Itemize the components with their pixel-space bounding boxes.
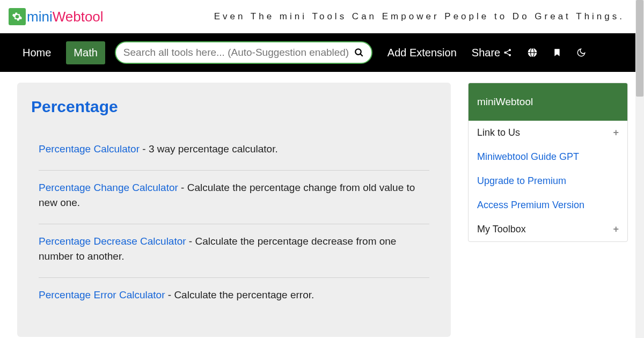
search-icon[interactable] — [354, 48, 364, 57]
nav-add-extension[interactable]: Add Extension — [387, 47, 457, 59]
page-title: Percentage — [31, 98, 429, 116]
tool-link[interactable]: Percentage Decrease Calculator — [39, 236, 186, 247]
sidebar-access-premium[interactable]: Access Premium Version — [469, 193, 627, 217]
search-input[interactable] — [123, 47, 354, 58]
svg-line-6 — [506, 53, 509, 55]
main-panel: Percentage Percentage Calculator - 3 way… — [17, 83, 451, 337]
tool-link[interactable]: Percentage Error Calculator — [39, 289, 165, 300]
sidebar-link-to-us[interactable]: Link to Us + — [469, 121, 627, 145]
tool-item: Percentage Error Calculator - Calculate … — [39, 278, 429, 316]
bookmark-icon[interactable] — [553, 48, 561, 57]
sidebar-guide-gpt[interactable]: Miniwebtool Guide GPT — [469, 145, 627, 169]
search-box[interactable] — [115, 41, 372, 64]
sidebar-upgrade[interactable]: Upgrade to Premium — [469, 169, 627, 193]
plus-icon: + — [613, 224, 619, 235]
globe-icon[interactable] — [527, 47, 538, 58]
tool-link[interactable]: Percentage Change Calculator — [39, 182, 178, 193]
content-area: Percentage Percentage Calculator - 3 way… — [0, 72, 644, 337]
svg-line-5 — [506, 50, 509, 52]
logo-text: miniWebtool — [27, 9, 104, 25]
share-icon — [503, 48, 512, 57]
svg-point-0 — [355, 49, 361, 55]
nav-right: Add Extension Share — [387, 47, 586, 59]
tagline: Even The mini Tools Can Empower People t… — [214, 11, 635, 22]
sidebar-title: miniWebtool — [469, 83, 627, 121]
nav-math[interactable]: Math — [66, 41, 105, 64]
tool-desc: - 3 way percentage calculator. — [140, 143, 278, 155]
sidebar: miniWebtool Link to Us + Miniwebtool Gui… — [468, 83, 628, 242]
tool-link[interactable]: Percentage Calculator — [39, 143, 140, 155]
tool-item: Percentage Decrease Calculator - Calcula… — [39, 224, 429, 278]
tool-desc: - Calculate the percentage error. — [165, 289, 314, 300]
header: miniWebtool Even The mini Tools Can Empo… — [0, 0, 644, 33]
plus-icon: + — [613, 127, 619, 138]
scrollbar-thumb[interactable] — [636, 0, 643, 97]
sidebar-my-toolbox[interactable]: My Toolbox + — [469, 217, 627, 241]
tool-item: Percentage Change Calculator - Calculate… — [39, 171, 429, 224]
moon-icon[interactable] — [576, 48, 586, 57]
navbar: Home Math Add Extension Share — [0, 33, 644, 72]
gear-icon — [9, 8, 26, 25]
scrollbar-track[interactable] — [635, 0, 644, 338]
logo-link[interactable]: miniWebtool — [9, 8, 104, 25]
nav-home[interactable]: Home — [17, 42, 56, 63]
nav-share[interactable]: Share — [472, 47, 512, 59]
tool-list: Percentage Calculator - 3 way percentage… — [39, 142, 429, 315]
tool-item: Percentage Calculator - 3 way percentage… — [39, 142, 429, 171]
svg-line-1 — [360, 54, 363, 56]
